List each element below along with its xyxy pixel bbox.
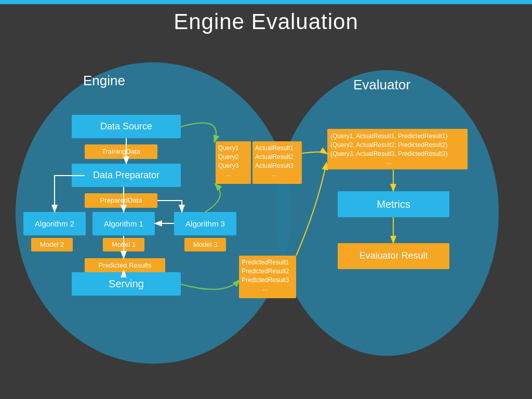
- model1-box: Model 1: [103, 238, 144, 251]
- combined-results-text: (Query1, ActualResult1, PredictedResult1…: [330, 132, 447, 167]
- queries-box: Query1 Query2 Query3 ...: [216, 141, 251, 184]
- algorithm3-box: Algorithm 3: [174, 212, 236, 235]
- actual-results-box: ActualResult1 ActualResult2 ActualResult…: [252, 141, 302, 184]
- data-source-box: Data Source: [72, 115, 181, 138]
- engine-label: Engine: [83, 73, 125, 89]
- predicted-results-box: Predicted Results: [85, 258, 165, 273]
- actual-results-text: ActualResult1 ActualResult2 ActualResult…: [255, 144, 294, 179]
- training-data-box: TrainingData: [85, 144, 157, 159]
- combined-results-box: (Query1, ActualResult1, PredictedResult1…: [327, 129, 468, 169]
- model3-box: Model 3: [184, 238, 226, 251]
- predicted-results-text: PredictedResult1 PredictedResult2 Predic…: [242, 258, 289, 293]
- algorithm1-box: Algorithm 1: [92, 212, 155, 235]
- page-title: Engine Evaluation: [0, 9, 532, 34]
- queries-text: Query1 Query2 Query3 ...: [218, 144, 238, 179]
- evaluator-label: Evaluator: [353, 77, 410, 93]
- predicted-results-shared-box: PredictedResult1 PredictedResult2 Predic…: [239, 256, 296, 298]
- top-bar: [0, 0, 532, 4]
- prepared-data-box: PreparedData: [85, 193, 157, 208]
- algorithm2-box: Algorithm 2: [23, 212, 86, 235]
- data-preparator-box: Data Preparator: [72, 164, 181, 187]
- serving-box: Serving: [72, 272, 181, 296]
- evaluator-result-box: Evaluator Result: [338, 243, 449, 269]
- metrics-box: Metrics: [338, 191, 449, 217]
- model2-box: Model 2: [31, 238, 73, 251]
